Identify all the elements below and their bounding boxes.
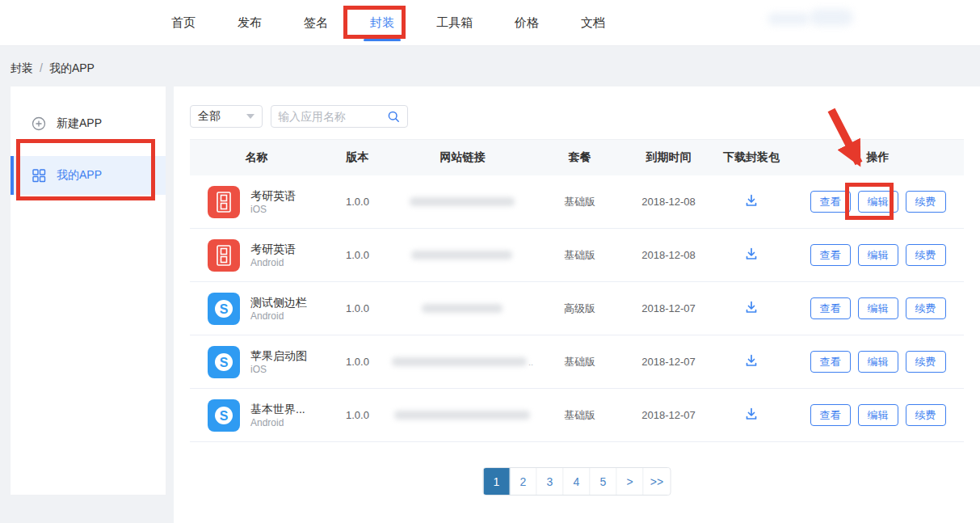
page-button-3[interactable]: 3: [537, 468, 564, 495]
download-icon[interactable]: [743, 352, 759, 369]
view-button[interactable]: 查看: [810, 191, 851, 213]
app-icon: S: [208, 239, 240, 272]
edit-button[interactable]: 编辑: [858, 191, 898, 213]
breadcrumb-separator: /: [40, 61, 43, 74]
website-link-cell: [392, 304, 533, 313]
app-version: 1.0.0: [323, 196, 392, 208]
nav-item-sign[interactable]: 签名: [302, 11, 330, 36]
page-button-2[interactable]: 2: [511, 468, 537, 495]
app-icon: S: [208, 346, 240, 378]
renew-button[interactable]: 续费: [906, 351, 946, 373]
app-name: 考研英语: [250, 242, 296, 256]
download-icon[interactable]: [743, 299, 759, 315]
plan-badge: 基础版: [533, 355, 626, 369]
redacted-user-info: [810, 9, 853, 26]
expiry-date: 2018-12-07: [626, 356, 711, 368]
app-icon: S: [208, 399, 240, 432]
sidebar-item-new-app[interactable]: 新建APP: [11, 104, 166, 143]
plan-badge: 高级版: [533, 302, 626, 316]
expiry-date: 2018-12-08: [626, 196, 711, 208]
app-name-cell: S 考研英语 Android: [190, 239, 323, 272]
download-icon[interactable]: [743, 246, 759, 262]
app-name-cell: S 苹果启动图 iOS: [190, 346, 323, 378]
apps-table: 名称 版本 网站链接 套餐 到期时间 下载封装包 操作 S 考研英语 iOS: [190, 139, 964, 442]
nav-item-publish[interactable]: 发布: [236, 11, 263, 36]
actions-cell: 查看 编辑 续费: [792, 351, 964, 373]
edit-button[interactable]: 编辑: [858, 351, 898, 373]
table-row: S 苹果启动图 iOS 1.0.0 .. 基础版 2018-12-07 查看 编…: [190, 335, 964, 389]
plan-badge: 基础版: [533, 408, 626, 423]
svg-text:S: S: [220, 302, 229, 316]
view-button[interactable]: 查看: [810, 404, 851, 426]
sidebar: 新建APP 我的APP: [11, 86, 166, 495]
search-input[interactable]: [278, 110, 387, 123]
app-version: 1.0.0: [323, 356, 392, 368]
breadcrumb-section[interactable]: 封装: [11, 61, 33, 74]
app-name-cell: S 考研英语 iOS: [190, 186, 323, 218]
page-button-1[interactable]: 1: [484, 468, 511, 495]
renew-button[interactable]: 续费: [906, 404, 946, 426]
nav-item-package[interactable]: 封装: [368, 11, 396, 36]
col-header-version: 版本: [323, 150, 392, 165]
top-nav: 首页 发布 签名 封装 工具箱 价格 文档: [0, 0, 980, 46]
breadcrumb-current: 我的APP: [49, 61, 95, 74]
chevron-down-icon: [246, 114, 254, 119]
search-icon[interactable]: [387, 110, 401, 124]
redacted-url: [422, 304, 503, 313]
expiry-date: 2018-12-08: [626, 249, 711, 261]
redacted-url: [392, 357, 527, 366]
app-name: 基本世界...: [250, 402, 305, 416]
sidebar-item-my-app[interactable]: 我的APP: [11, 156, 166, 195]
actions-cell: 查看 编辑 续费: [792, 297, 964, 319]
app-name: 苹果启动图: [250, 348, 307, 363]
grid-icon: [32, 168, 46, 183]
actions-cell: 查看 编辑 续费: [792, 404, 964, 426]
s-logo-icon: S: [208, 293, 240, 325]
last-page-button[interactable]: >>: [644, 468, 671, 495]
renew-button[interactable]: 续费: [906, 297, 946, 319]
category-select[interactable]: 全部: [190, 105, 263, 128]
nav-item-docs[interactable]: 文档: [579, 11, 607, 36]
nav-item-price[interactable]: 价格: [513, 11, 540, 36]
website-link-cell: ..: [392, 357, 533, 367]
svg-text:S: S: [220, 356, 229, 369]
sidebar-item-label: 新建APP: [57, 116, 102, 131]
redacted-user-info: [768, 13, 810, 25]
download-icon[interactable]: [743, 406, 759, 422]
app-version: 1.0.0: [323, 302, 392, 314]
main-panel: 全部 名称 版本 网站链接 套餐 到期时间 下载封装包 操作: [174, 86, 980, 523]
next-page-button[interactable]: >: [617, 468, 644, 495]
col-header-plan: 套餐: [533, 150, 626, 165]
edit-button[interactable]: 编辑: [858, 244, 898, 266]
renew-button[interactable]: 续费: [906, 191, 946, 213]
page-button-4[interactable]: 4: [564, 468, 591, 495]
filter-toolbar: 全部: [190, 105, 408, 128]
actions-cell: 查看 编辑 续费: [792, 191, 964, 213]
app-name: 考研英语: [250, 188, 296, 203]
s-logo-icon: S: [208, 346, 240, 378]
nav-item-home[interactable]: 首页: [170, 11, 197, 36]
redacted-url: [411, 251, 512, 259]
table-row: S 基本世界... Android 1.0.0 基础版 2018-12-07 查…: [190, 389, 964, 442]
actions-cell: 查看 编辑 续费: [792, 244, 964, 266]
website-link-cell: [392, 197, 533, 206]
app-platform: iOS: [250, 203, 296, 216]
table-header: 名称 版本 网站链接 套餐 到期时间 下载封装包 操作: [190, 139, 964, 175]
page-button-5[interactable]: 5: [591, 468, 617, 495]
view-button[interactable]: 查看: [810, 244, 851, 266]
s-logo-icon: S: [208, 399, 240, 432]
search-box: [271, 105, 408, 128]
edit-button[interactable]: 编辑: [858, 404, 898, 426]
app-version: 1.0.0: [323, 249, 392, 261]
edit-button[interactable]: 编辑: [858, 297, 898, 319]
view-button[interactable]: 查看: [810, 297, 851, 319]
app-icon: S: [208, 186, 240, 218]
category-selected-value: 全部: [198, 109, 221, 124]
view-button[interactable]: 查看: [810, 351, 851, 373]
app-platform: Android: [250, 416, 305, 429]
col-header-name: 名称: [190, 150, 323, 165]
nav-item-toolbox[interactable]: 工具箱: [435, 11, 474, 36]
website-link-cell: [392, 411, 533, 420]
renew-button[interactable]: 续费: [906, 244, 946, 266]
download-icon[interactable]: [743, 192, 759, 209]
